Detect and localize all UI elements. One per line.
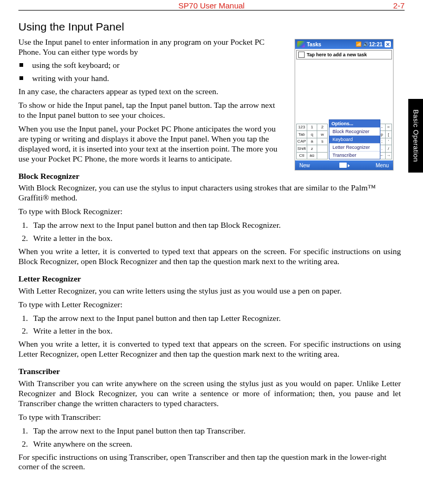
paragraph: With Letter Recognizer, you can write le… — [18, 286, 401, 296]
subheading: Transcriber — [18, 367, 401, 377]
page-number: 2-7 — [393, 1, 405, 10]
paragraph: To type with Letter Recognizer: — [18, 300, 401, 310]
step-item: Tap the arrow next to the Input panel bu… — [30, 314, 401, 324]
paragraph: To show or hide the Input panel, tap the… — [18, 100, 281, 120]
step-item: Tap the arrow next to the Input panel bu… — [30, 426, 401, 436]
step-item: Write a letter in the box. — [30, 326, 401, 336]
step-item: Write anywhere on the screen. — [30, 439, 401, 449]
step-item: Tap the arrow next to the Input panel bu… — [30, 220, 401, 230]
paragraph: When you write a letter, it is converted… — [18, 339, 401, 359]
paragraph: To type with Block Recognizer: — [18, 207, 401, 217]
paragraph: Use the Input panel to enter information… — [18, 37, 281, 57]
doc-title: SP70 User Manual — [178, 1, 245, 10]
paragraph: For specific instructions on using Trans… — [18, 452, 401, 472]
paragraph: When you use the Input panel, your Pocke… — [18, 124, 281, 164]
paragraph: With Block Recognizer, you can use the s… — [18, 183, 401, 203]
side-tab: Basic Operation — [408, 99, 423, 173]
paragraph: To type with Transcriber: — [18, 412, 401, 422]
header-divider — [18, 10, 405, 11]
subheading: Letter Recognizer — [18, 274, 401, 284]
paragraph: In any case, the characters appear as ty… — [18, 87, 281, 97]
section-title: Using the Input Panel — [18, 20, 401, 34]
bullet-item: using the soft keyboard; or — [18, 61, 281, 70]
paragraph: With Transcriber you can write anywhere … — [18, 379, 401, 409]
paragraph: When you write a letter, it is converted… — [18, 247, 401, 267]
bullet-item: writing with your hand. — [18, 74, 281, 84]
subheading: Block Recognizer — [18, 172, 401, 182]
step-item: Write a letter in the box. — [30, 234, 401, 244]
